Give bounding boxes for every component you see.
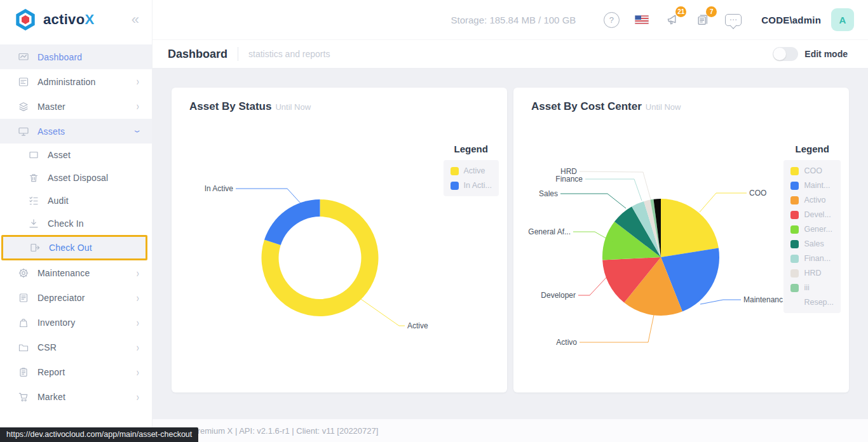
legend-label: In Acti... <box>464 181 492 190</box>
sidebar-item-report[interactable]: Report› <box>0 359 152 384</box>
legend: Legend ActiveIn Acti... <box>444 144 499 196</box>
legend-item-iii[interactable]: iii <box>790 283 809 292</box>
announcements-badge: 21 <box>675 6 686 17</box>
app-root: activoX « DashboardAdministration›Master… <box>0 0 868 442</box>
sidebar-item-asset-disposal[interactable]: Asset Disposal <box>0 166 152 189</box>
legend-label: Activo <box>804 196 825 204</box>
legend-box: COOMaint...ActivoDevel...Gener...SalesFi… <box>783 160 841 313</box>
help-icon[interactable]: ? <box>603 11 620 28</box>
sidebar-item-label: Audit <box>48 196 139 206</box>
sidebar-item-maintenance[interactable]: Maintenance› <box>0 260 152 285</box>
sidebar-item-inventory[interactable]: Inventory› <box>0 310 152 335</box>
sidebar-item-asset[interactable]: Asset <box>0 144 152 166</box>
sidebar-item-label: Master <box>37 102 136 112</box>
audit-icon <box>28 195 41 206</box>
chevron-right-icon: › <box>136 292 139 304</box>
page-subtitle: statistics and reports <box>248 49 330 59</box>
chevron-right-icon: › <box>136 342 139 353</box>
asset-icon <box>28 149 41 161</box>
legend-title: Legend <box>444 144 499 154</box>
legend-item-coo[interactable]: COO <box>790 166 822 175</box>
dashboard-icon <box>18 51 31 63</box>
news-icon[interactable]: 7 <box>695 11 711 28</box>
sidebar-item-audit[interactable]: Audit <box>0 189 152 212</box>
sidebar-item-assets[interactable]: Assets› <box>0 119 152 144</box>
market-icon <box>18 391 31 403</box>
chevron-right-icon: › <box>136 391 139 403</box>
sidebar-item-csr[interactable]: CSR› <box>0 335 152 359</box>
legend-item-in-acti[interactable]: In Acti... <box>451 181 492 190</box>
legend-item-finan[interactable]: Finan... <box>790 254 831 263</box>
language-flag-icon[interactable] <box>634 11 650 28</box>
breadcrumb: Dashboard statistics and reports Edit mo… <box>153 39 868 69</box>
legend-item-devel[interactable]: Devel... <box>790 210 831 219</box>
legend-item-gener[interactable]: Gener... <box>790 225 832 234</box>
sidebar-item-dashboard[interactable]: Dashboard <box>0 44 152 69</box>
legend-item-maint[interactable]: Maint... <box>790 181 830 190</box>
legend-item-hrd[interactable]: HRD <box>790 269 821 278</box>
breadcrumb-divider <box>238 47 238 61</box>
avatar[interactable]: A <box>831 8 854 31</box>
legend-label: Active <box>464 166 485 175</box>
legend-item-resep[interactable]: Resep... <box>790 298 834 307</box>
callout-label-finance: Finance <box>555 175 583 184</box>
callout-line-active <box>361 299 405 326</box>
legend-label: iii <box>804 283 809 292</box>
sidebar-item-label: Assets <box>37 126 136 137</box>
legend-swatch <box>790 225 799 234</box>
page-title: Dashboard <box>168 48 227 61</box>
sidebar-item-label: Depreciator <box>37 293 136 303</box>
sidebar-item-check-out[interactable]: Check Out <box>1 235 147 260</box>
announcements-icon[interactable]: 21 <box>664 11 681 28</box>
asset-by-cost-center-card: Asset By Cost CenterUntil Now COOMainten… <box>513 88 849 392</box>
card-subtitle: Until Now <box>646 102 681 112</box>
chevron-right-icon: › <box>136 366 139 378</box>
sidebar-collapse-button[interactable]: « <box>132 13 139 27</box>
storage-label: Storage: 185.84 MB / 100 GB <box>451 15 576 25</box>
callout-line-finance <box>585 179 642 201</box>
activox-logo-icon <box>14 8 37 31</box>
sidebar-item-market[interactable]: Market› <box>0 384 152 409</box>
pie-slice-coo[interactable] <box>661 199 719 257</box>
topbar: Storage: 185.84 MB / 100 GB ? <box>153 0 868 39</box>
sidebar-item-administration[interactable]: Administration› <box>0 69 152 94</box>
sidebar-item-label: Asset <box>48 150 139 160</box>
callout-label-general-af: General Af... <box>528 227 571 236</box>
callout-line-developer <box>578 276 607 295</box>
sidebar-item-depreciator[interactable]: Depreciator› <box>0 285 152 310</box>
master-icon <box>18 101 31 112</box>
legend-item-activo[interactable]: Activo <box>790 196 825 204</box>
sidebar-item-label: Check In <box>48 218 139 229</box>
report-icon <box>18 366 31 378</box>
callout-label-coo: COO <box>749 189 766 198</box>
legend-label: HRD <box>804 269 821 278</box>
legend-item-sales[interactable]: Sales <box>790 239 824 248</box>
sidebar-item-check-in[interactable]: Check In <box>0 212 152 235</box>
callout-label-in-active: In Active <box>205 184 234 193</box>
legend-item-active[interactable]: Active <box>451 166 485 175</box>
assets-icon <box>18 126 31 137</box>
legend-swatch <box>790 269 799 278</box>
chevron-right-icon: › <box>136 317 139 328</box>
callout-line-coo <box>700 193 747 212</box>
toggle-knob <box>773 48 786 60</box>
donut-hole <box>279 217 362 299</box>
brand-name: activoX <box>43 11 94 28</box>
version-text: Premium X | API: v2.1.6-r1 | Client: v11… <box>192 426 378 436</box>
callout-label-active: Active <box>407 321 428 330</box>
legend-label: Maint... <box>804 181 830 190</box>
sidebar: activoX « DashboardAdministration›Master… <box>0 0 153 442</box>
dashboard-content: Asset By StatusUntil Now ActiveIn Active… <box>153 69 868 419</box>
legend-label: Finan... <box>804 254 831 263</box>
sidebar-item-master[interactable]: Master› <box>0 94 152 119</box>
sidebar-item-label: Asset Disposal <box>48 173 139 183</box>
legend-swatch <box>451 167 459 175</box>
legend-label: Sales <box>804 239 824 248</box>
edit-mode-toggle[interactable] <box>773 47 798 61</box>
card-head: Asset By StatusUntil Now <box>189 100 311 113</box>
callout-label-activo: Activo <box>556 338 577 347</box>
legend-swatch <box>790 167 799 175</box>
check-in-icon <box>28 218 41 229</box>
feedback-icon[interactable]: ⋯ <box>725 11 742 28</box>
callout-label-developer: Developer <box>541 291 576 300</box>
